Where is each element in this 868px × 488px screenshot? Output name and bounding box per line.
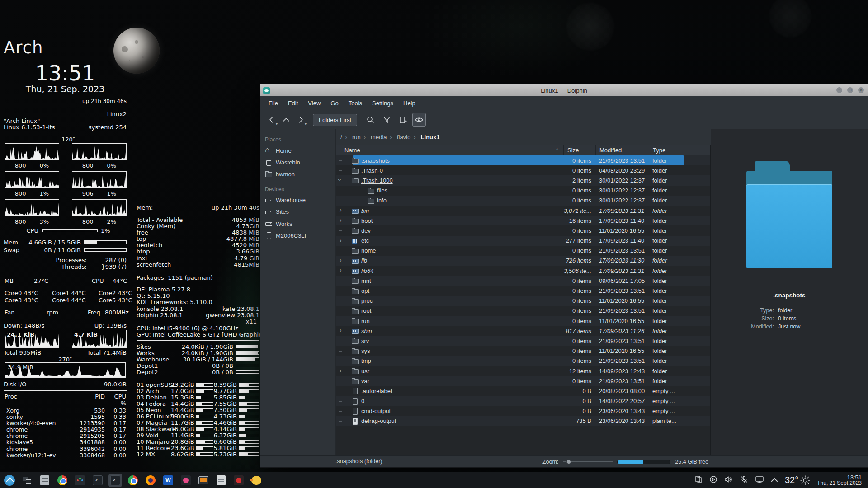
sidebar-device-item[interactable]: Sites [260, 206, 335, 218]
split-view-icon[interactable] [396, 113, 410, 127]
expander-icon[interactable] [338, 216, 344, 225]
sidebar-place-item[interactable]: hwmon [260, 168, 335, 180]
sidebar-place-item[interactable]: Home [260, 145, 335, 156]
expander-icon[interactable] [338, 396, 344, 406]
sidebar-device-item[interactable]: Works [260, 218, 335, 230]
chrome-icon[interactable] [57, 474, 68, 486]
breadcrumb-segment[interactable]: run [351, 133, 370, 141]
folders-first-button[interactable]: Folders First [313, 114, 357, 126]
table-row[interactable]: proc 0 items 11/01/2020 16:55 folder [336, 296, 710, 306]
table-row[interactable]: var 0 items 21/09/2023 13:51 folder [336, 376, 710, 386]
breadcrumb-segment[interactable]: / [340, 133, 351, 141]
clipboard-tray-icon[interactable] [694, 475, 703, 485]
expander-icon[interactable] [338, 286, 344, 296]
table-row[interactable]: .snapshots 0 items 21/09/2023 13:51 fold… [336, 155, 710, 165]
app-launcher-icon[interactable] [4, 474, 15, 486]
menu-item[interactable]: Help [398, 98, 420, 108]
table-row[interactable]: mnt 0 items 09/06/2021 17:05 folder [336, 276, 710, 286]
table-row[interactable]: home 0 items 21/09/2023 13:51 folder [336, 246, 710, 256]
network-tray-icon[interactable] [755, 475, 764, 485]
breadcrumb-segment[interactable]: Linux1 [420, 133, 441, 141]
table-row[interactable]: files 0 items 30/01/2022 12:37 folder [336, 186, 710, 196]
menu-item[interactable]: Go [326, 98, 343, 108]
sidebar-device-item[interactable]: M2006C3LI [260, 230, 335, 241]
expander-icon[interactable] [338, 155, 344, 165]
table-row[interactable]: srv 0 items 21/09/2023 13:51 folder [336, 336, 710, 346]
filter-icon[interactable] [380, 113, 393, 127]
table-row[interactable]: lib64 3,506 ite... 17/09/2023 11:31 fold… [336, 266, 710, 276]
table-row[interactable]: sys 0 items 11/01/2020 16:55 folder [336, 346, 710, 356]
table-row[interactable]: .autorelabel 0 B 20/08/2023 08:00 empty … [336, 386, 710, 396]
back-button[interactable]: ▾ [266, 113, 278, 127]
expander-icon[interactable] [338, 236, 344, 246]
column-header-name[interactable]: Name⌃ [336, 145, 563, 155]
breadcrumb-segment[interactable]: media [370, 133, 396, 141]
table-row[interactable]: 0 0 B 14/08/2022 20:57 empty ... [336, 396, 710, 406]
table-row[interactable]: root 0 items 21/09/2023 13:51 folder [336, 306, 710, 316]
table-row[interactable]: info 0 items 30/01/2022 12:37 folder [336, 196, 710, 206]
expander-icon[interactable] [338, 256, 344, 266]
menu-item[interactable]: View [303, 98, 326, 108]
red-app-icon[interactable] [233, 474, 245, 486]
word-icon[interactable]: W [162, 474, 174, 486]
volume-tray-icon[interactable] [724, 475, 733, 485]
menu-item[interactable]: File [264, 98, 283, 108]
table-row[interactable]: defrag-output 735 B 23/06/2020 13:43 pla… [336, 416, 710, 426]
search-icon[interactable] [363, 113, 377, 127]
duck-app-icon[interactable] [250, 474, 262, 486]
expander-icon[interactable] [338, 306, 344, 316]
forward-button[interactable]: ▾ [295, 113, 307, 127]
expander-icon[interactable] [338, 406, 344, 416]
expander-icon[interactable] [338, 316, 344, 326]
column-header-type[interactable]: Type [649, 145, 681, 155]
microphone-muted-tray-icon[interactable] [740, 475, 748, 485]
pager-icon[interactable] [21, 474, 33, 486]
expander-icon[interactable] [338, 225, 344, 235]
column-header-modified[interactable]: Modified [595, 145, 649, 155]
close-button[interactable]: ✕ [858, 87, 864, 93]
table-row[interactable]: run 0 items 11/01/2020 16:55 folder [336, 316, 710, 326]
expander-icon[interactable] [338, 376, 344, 386]
table-row[interactable]: boot 16 items 17/09/2023 11:40 folder [336, 216, 710, 225]
expander-icon[interactable] [338, 266, 344, 276]
display-app-icon[interactable] [198, 474, 209, 486]
table-row[interactable]: usr 12 items 14/09/2023 12:43 folder [336, 366, 710, 376]
tray-expand-icon[interactable] [771, 476, 778, 484]
expander-icon[interactable] [338, 356, 344, 366]
expander-icon[interactable] [338, 186, 344, 196]
expander-icon[interactable] [338, 246, 344, 256]
table-row[interactable]: .Trash-0 0 items 04/08/2020 23:29 folder [336, 165, 710, 175]
maximize-button[interactable]: □ [847, 87, 853, 93]
table-row[interactable]: etc 277 items 17/09/2023 11:40 folder [336, 236, 710, 246]
expander-icon[interactable] [338, 416, 344, 426]
file-cabinet-icon[interactable] [39, 474, 51, 486]
table-row[interactable]: opt 0 items 21/09/2023 13:51 folder [336, 286, 710, 296]
expander-icon[interactable] [338, 326, 344, 336]
menu-item[interactable]: Edit [283, 98, 303, 108]
expander-icon[interactable] [338, 276, 344, 286]
expander-icon[interactable] [338, 175, 344, 185]
up-button[interactable] [280, 113, 292, 127]
column-header-size[interactable]: Size [563, 145, 595, 155]
table-row[interactable]: tmp 0 items 21/09/2023 13:51 folder [336, 356, 710, 366]
konsole-icon[interactable]: >_ [109, 474, 121, 486]
terminal-icon[interactable]: >_ [92, 474, 104, 486]
expander-icon[interactable] [338, 386, 344, 396]
color-dots-app-icon[interactable] [74, 474, 86, 486]
window-titlebar[interactable]: Linux1 — Dolphin − □ ✕ [260, 84, 868, 96]
breadcrumb-segment[interactable]: flavio [396, 133, 420, 141]
preview-eye-icon[interactable] [412, 113, 426, 127]
table-row[interactable]: dev 0 items 11/01/2020 16:55 folder [336, 225, 710, 235]
expander-icon[interactable] [338, 296, 344, 306]
digital-clock[interactable]: 13:51 Thu, 21 Sept 2023 [817, 474, 862, 486]
expander-icon[interactable] [338, 336, 344, 346]
expander-icon[interactable] [338, 346, 344, 356]
temperature-widget[interactable]: 32° [785, 475, 810, 485]
expander-icon[interactable] [338, 206, 344, 216]
media-player-tray-icon[interactable] [709, 475, 717, 485]
sidebar-device-item[interactable]: Warehouse [260, 194, 335, 206]
expander-icon[interactable] [338, 165, 344, 175]
table-row[interactable]: bin 3,071 ite... 17/09/2023 11:31 folder [336, 206, 710, 216]
expander-icon[interactable] [338, 196, 344, 206]
text-editor-icon[interactable] [215, 474, 227, 486]
